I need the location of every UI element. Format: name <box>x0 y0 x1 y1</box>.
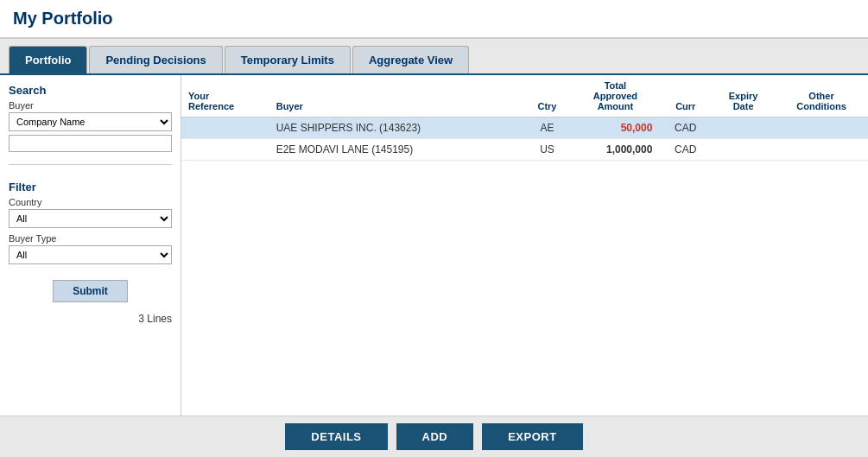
table-cell: US <box>523 139 572 161</box>
tabs-bar: Portfolio Pending Decisions Temporary Li… <box>0 39 868 73</box>
search-title: Search <box>9 84 172 97</box>
buyer-dropdown[interactable]: Company Name <box>9 112 172 131</box>
page-header: My Portfolio <box>0 0 868 39</box>
lines-count: 3 Lines <box>9 313 172 325</box>
export-button[interactable]: EXPORT <box>482 423 582 450</box>
add-button[interactable]: ADD <box>396 423 474 450</box>
table-cell: 50,000 <box>571 117 659 139</box>
details-button[interactable]: DETAILS <box>285 423 387 450</box>
page-title: My Portfolio <box>13 9 855 29</box>
table-cell <box>775 139 868 161</box>
table-cell <box>181 139 269 161</box>
table-cell <box>181 117 269 139</box>
col-header-expiry-date: ExpiryDate <box>712 75 775 117</box>
table-cell <box>712 117 775 139</box>
table-cell: CAD <box>659 117 712 139</box>
search-section: Search Buyer Company Name <box>9 84 172 152</box>
filter-section: Filter Country All Buyer Type All <box>9 181 172 264</box>
table-cell <box>775 117 868 139</box>
buyer-label: Buyer <box>9 100 172 111</box>
table-row[interactable]: UAE SHIPPERS INC. (143623)AE50,000CAD <box>181 117 868 139</box>
col-header-your-reference: YourReference <box>181 75 269 117</box>
table-cell: E2E MODAVI LANE (145195) <box>269 139 523 161</box>
col-header-other-conditions: OtherConditions <box>775 75 868 117</box>
filter-title: Filter <box>9 181 172 194</box>
col-header-buyer: Buyer <box>269 75 523 117</box>
submit-button[interactable]: Submit <box>53 280 128 302</box>
data-table: YourReference Buyer Ctry TotalApprovedAm… <box>181 75 868 161</box>
action-bar: DETAILS ADD EXPORT <box>0 416 868 457</box>
submit-row: Submit <box>9 280 172 302</box>
table-area: YourReference Buyer Ctry TotalApprovedAm… <box>181 75 868 416</box>
sidebar: Search Buyer Company Name Filter Country… <box>0 75 181 416</box>
table-cell: 1,000,000 <box>571 139 659 161</box>
table-cell: CAD <box>659 139 712 161</box>
content-area: Search Buyer Company Name Filter Country… <box>0 73 868 416</box>
table-body: UAE SHIPPERS INC. (143623)AE50,000CADE2E… <box>181 117 868 161</box>
col-header-total-approved: TotalApprovedAmount <box>571 75 659 117</box>
table-header-row: YourReference Buyer Ctry TotalApprovedAm… <box>181 75 868 117</box>
col-header-curr: Curr <box>659 75 712 117</box>
buyer-type-dropdown[interactable]: All <box>9 245 172 264</box>
country-dropdown[interactable]: All <box>9 209 172 228</box>
buyer-search-input[interactable] <box>9 135 172 152</box>
sidebar-divider <box>9 164 172 165</box>
tab-aggregate-view[interactable]: Aggregate View <box>352 46 469 73</box>
table-scroll-wrapper[interactable]: YourReference Buyer Ctry TotalApprovedAm… <box>181 75 868 416</box>
col-header-ctry: Ctry <box>523 75 572 117</box>
tab-portfolio[interactable]: Portfolio <box>9 46 87 73</box>
main-container: Portfolio Pending Decisions Temporary Li… <box>0 39 868 457</box>
table-row[interactable]: E2E MODAVI LANE (145195)US1,000,000CAD <box>181 139 868 161</box>
table-cell: AE <box>523 117 572 139</box>
table-cell <box>712 139 775 161</box>
table-cell: UAE SHIPPERS INC. (143623) <box>269 117 523 139</box>
buyer-type-label: Buyer Type <box>9 233 172 244</box>
tab-temporary-limits[interactable]: Temporary Limits <box>225 46 351 73</box>
tab-pending-decisions[interactable]: Pending Decisions <box>89 46 222 73</box>
country-label: Country <box>9 197 172 207</box>
